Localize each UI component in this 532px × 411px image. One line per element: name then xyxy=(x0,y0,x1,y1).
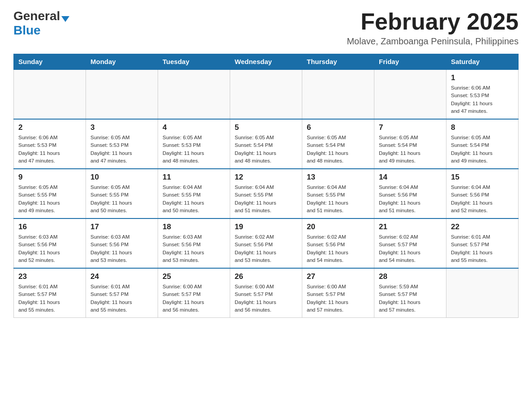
day-info: Sunrise: 6:01 AM Sunset: 5:57 PM Dayligh… xyxy=(451,233,514,264)
day-number: 21 xyxy=(379,223,442,231)
day-number: 28 xyxy=(379,272,442,281)
day-info: Sunrise: 6:05 AM Sunset: 5:54 PM Dayligh… xyxy=(235,134,297,165)
day-info: Sunrise: 6:01 AM Sunset: 5:57 PM Dayligh… xyxy=(90,283,153,314)
calendar-cell: 8Sunrise: 6:05 AM Sunset: 5:54 PM Daylig… xyxy=(446,119,519,169)
day-number: 15 xyxy=(451,173,514,182)
day-number: 7 xyxy=(379,123,442,132)
calendar-cell: 17Sunrise: 6:03 AM Sunset: 5:56 PM Dayli… xyxy=(86,218,158,268)
day-info: Sunrise: 6:05 AM Sunset: 5:54 PM Dayligh… xyxy=(451,134,514,165)
calendar-cell: 26Sunrise: 6:00 AM Sunset: 5:57 PM Dayli… xyxy=(230,268,302,318)
day-info: Sunrise: 6:00 AM Sunset: 5:57 PM Dayligh… xyxy=(163,283,225,314)
calendar-cell: 13Sunrise: 6:04 AM Sunset: 5:55 PM Dayli… xyxy=(302,169,374,218)
calendar-cell: 10Sunrise: 6:05 AM Sunset: 5:55 PM Dayli… xyxy=(86,169,158,218)
day-number: 16 xyxy=(18,223,81,231)
day-number: 26 xyxy=(235,272,297,281)
calendar-cell: 12Sunrise: 6:04 AM Sunset: 5:55 PM Dayli… xyxy=(230,169,302,218)
day-info: Sunrise: 6:03 AM Sunset: 5:56 PM Dayligh… xyxy=(90,233,153,264)
weekday-header-saturday: Saturday xyxy=(446,54,519,70)
day-number: 20 xyxy=(307,223,369,231)
logo: General Blue xyxy=(13,9,69,38)
calendar-cell: 28Sunrise: 5:59 AM Sunset: 5:57 PM Dayli… xyxy=(374,268,446,318)
calendar-cell: 20Sunrise: 6:02 AM Sunset: 5:56 PM Dayli… xyxy=(302,218,374,268)
calendar-cell: 9Sunrise: 6:05 AM Sunset: 5:55 PM Daylig… xyxy=(14,169,86,218)
calendar-cell xyxy=(446,268,519,318)
day-info: Sunrise: 6:04 AM Sunset: 5:55 PM Dayligh… xyxy=(163,184,225,214)
calendar-cell xyxy=(86,69,158,119)
day-info: Sunrise: 6:04 AM Sunset: 5:55 PM Dayligh… xyxy=(235,184,297,214)
calendar-cell xyxy=(230,69,302,119)
day-info: Sunrise: 6:00 AM Sunset: 5:57 PM Dayligh… xyxy=(235,283,297,314)
calendar-cell: 6Sunrise: 6:05 AM Sunset: 5:54 PM Daylig… xyxy=(302,119,374,169)
calendar-cell xyxy=(158,69,230,119)
calendar-header-row: SundayMondayTuesdayWednesdayThursdayFrid… xyxy=(14,54,519,70)
location: Molave, Zamboanga Peninsula, Philippines xyxy=(347,36,519,47)
day-number: 11 xyxy=(163,173,225,182)
day-info: Sunrise: 6:01 AM Sunset: 5:57 PM Dayligh… xyxy=(18,283,81,314)
calendar-cell: 27Sunrise: 6:00 AM Sunset: 5:57 PM Dayli… xyxy=(302,268,374,318)
calendar-cell: 15Sunrise: 6:04 AM Sunset: 5:56 PM Dayli… xyxy=(446,169,519,218)
weekday-header-monday: Monday xyxy=(86,54,158,70)
weekday-header-wednesday: Wednesday xyxy=(230,54,302,70)
day-number: 2 xyxy=(18,123,81,132)
day-number: 17 xyxy=(90,223,153,231)
day-info: Sunrise: 6:05 AM Sunset: 5:55 PM Dayligh… xyxy=(90,184,153,214)
day-number: 24 xyxy=(90,272,153,281)
day-info: Sunrise: 6:03 AM Sunset: 5:56 PM Dayligh… xyxy=(163,233,225,264)
day-number: 8 xyxy=(451,123,514,132)
calendar-cell: 16Sunrise: 6:03 AM Sunset: 5:56 PM Dayli… xyxy=(14,218,86,268)
calendar-cell: 24Sunrise: 6:01 AM Sunset: 5:57 PM Dayli… xyxy=(86,268,158,318)
logo-blue-text: Blue xyxy=(13,23,41,37)
calendar-cell: 11Sunrise: 6:04 AM Sunset: 5:55 PM Dayli… xyxy=(158,169,230,218)
title-block: February 2025 Molave, Zamboanga Peninsul… xyxy=(347,9,519,47)
day-number: 19 xyxy=(235,223,297,231)
day-info: Sunrise: 6:04 AM Sunset: 5:55 PM Dayligh… xyxy=(307,184,369,214)
day-number: 3 xyxy=(90,123,153,132)
calendar-cell xyxy=(374,69,446,119)
calendar-week-row: 16Sunrise: 6:03 AM Sunset: 5:56 PM Dayli… xyxy=(14,218,519,268)
page-header: General Blue February 2025 Molave, Zambo… xyxy=(13,9,519,47)
day-info: Sunrise: 6:00 AM Sunset: 5:57 PM Dayligh… xyxy=(307,283,369,314)
weekday-header-thursday: Thursday xyxy=(302,54,374,70)
calendar-cell: 7Sunrise: 6:05 AM Sunset: 5:54 PM Daylig… xyxy=(374,119,446,169)
day-number: 27 xyxy=(307,272,369,281)
day-info: Sunrise: 6:04 AM Sunset: 5:56 PM Dayligh… xyxy=(379,184,442,214)
weekday-header-sunday: Sunday xyxy=(14,54,86,70)
day-number: 10 xyxy=(90,173,153,182)
day-info: Sunrise: 6:02 AM Sunset: 5:56 PM Dayligh… xyxy=(235,233,297,264)
weekday-header-friday: Friday xyxy=(374,54,446,70)
logo-general-text: General xyxy=(13,9,60,23)
day-info: Sunrise: 5:59 AM Sunset: 5:57 PM Dayligh… xyxy=(379,283,442,314)
day-info: Sunrise: 6:05 AM Sunset: 5:53 PM Dayligh… xyxy=(163,134,225,165)
calendar-cell: 1Sunrise: 6:06 AM Sunset: 5:53 PM Daylig… xyxy=(446,69,519,119)
calendar-week-row: 23Sunrise: 6:01 AM Sunset: 5:57 PM Dayli… xyxy=(14,268,519,318)
day-info: Sunrise: 6:05 AM Sunset: 5:55 PM Dayligh… xyxy=(18,184,81,214)
day-number: 4 xyxy=(163,123,225,132)
day-number: 12 xyxy=(235,173,297,182)
calendar-cell: 23Sunrise: 6:01 AM Sunset: 5:57 PM Dayli… xyxy=(14,268,86,318)
day-info: Sunrise: 6:06 AM Sunset: 5:53 PM Dayligh… xyxy=(451,84,514,115)
calendar-week-row: 2Sunrise: 6:06 AM Sunset: 5:53 PM Daylig… xyxy=(14,119,519,169)
logo-triangle-icon xyxy=(61,16,69,22)
day-info: Sunrise: 6:03 AM Sunset: 5:56 PM Dayligh… xyxy=(18,233,81,264)
day-number: 1 xyxy=(451,73,514,82)
day-number: 6 xyxy=(307,123,369,132)
calendar-cell: 14Sunrise: 6:04 AM Sunset: 5:56 PM Dayli… xyxy=(374,169,446,218)
day-info: Sunrise: 6:02 AM Sunset: 5:57 PM Dayligh… xyxy=(379,233,442,264)
day-number: 18 xyxy=(163,223,225,231)
calendar-cell: 3Sunrise: 6:05 AM Sunset: 5:53 PM Daylig… xyxy=(86,119,158,169)
calendar-cell: 5Sunrise: 6:05 AM Sunset: 5:54 PM Daylig… xyxy=(230,119,302,169)
day-info: Sunrise: 6:05 AM Sunset: 5:53 PM Dayligh… xyxy=(90,134,153,165)
day-number: 23 xyxy=(18,272,81,281)
weekday-header-tuesday: Tuesday xyxy=(158,54,230,70)
calendar-week-row: 1Sunrise: 6:06 AM Sunset: 5:53 PM Daylig… xyxy=(14,69,519,119)
day-info: Sunrise: 6:04 AM Sunset: 5:56 PM Dayligh… xyxy=(451,184,514,214)
calendar-cell: 19Sunrise: 6:02 AM Sunset: 5:56 PM Dayli… xyxy=(230,218,302,268)
day-info: Sunrise: 6:06 AM Sunset: 5:53 PM Dayligh… xyxy=(18,134,81,165)
calendar-cell: 2Sunrise: 6:06 AM Sunset: 5:53 PM Daylig… xyxy=(14,119,86,169)
calendar-week-row: 9Sunrise: 6:05 AM Sunset: 5:55 PM Daylig… xyxy=(14,169,519,218)
day-number: 14 xyxy=(379,173,442,182)
day-number: 25 xyxy=(163,272,225,281)
month-title: February 2025 xyxy=(347,9,519,34)
day-number: 9 xyxy=(18,173,81,182)
calendar-cell: 25Sunrise: 6:00 AM Sunset: 5:57 PM Dayli… xyxy=(158,268,230,318)
